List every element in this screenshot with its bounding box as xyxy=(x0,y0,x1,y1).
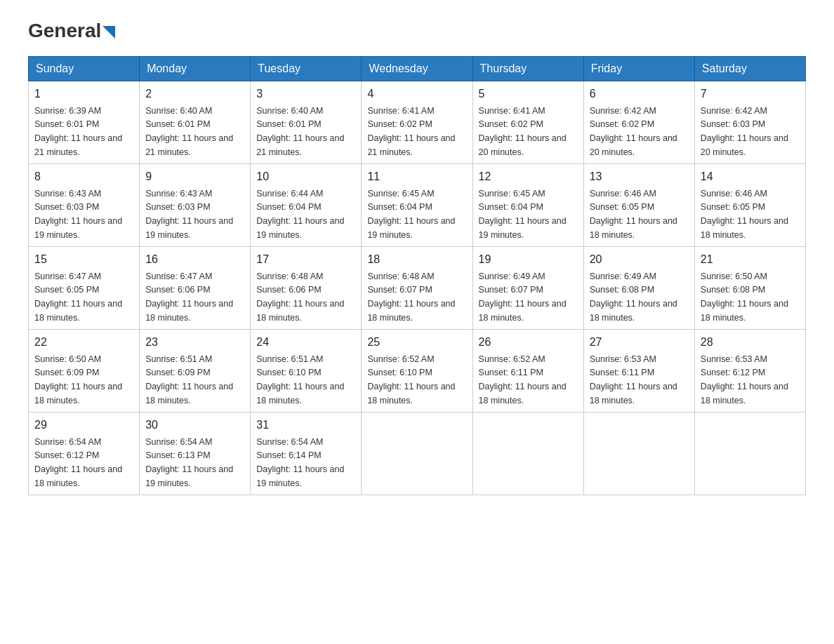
day-sunset: Sunset: 6:03 PM xyxy=(701,119,765,129)
logo: General xyxy=(28,21,115,42)
day-sunrise: Sunrise: 6:52 AM xyxy=(367,354,434,364)
day-sunset: Sunset: 6:11 PM xyxy=(479,368,543,377)
weekday-header-monday: Monday xyxy=(140,56,251,81)
day-number: 3 xyxy=(256,86,355,102)
day-sunrise: Sunrise: 6:50 AM xyxy=(34,354,101,364)
day-number: 6 xyxy=(590,86,689,102)
day-sunset: Sunset: 6:12 PM xyxy=(34,450,99,460)
day-daylight: Daylight: 11 hours and 21 minutes. xyxy=(145,133,233,157)
day-sunrise: Sunrise: 6:48 AM xyxy=(367,271,434,281)
calendar-cell: 21 Sunrise: 6:50 AM Sunset: 6:08 PM Dayl… xyxy=(694,246,805,329)
weekday-header-saturday: Saturday xyxy=(694,56,805,81)
day-sunset: Sunset: 6:10 PM xyxy=(367,368,432,377)
calendar-cell: 1 Sunrise: 6:39 AM Sunset: 6:01 PM Dayli… xyxy=(29,81,140,163)
day-sunset: Sunset: 6:04 PM xyxy=(256,202,321,212)
day-daylight: Daylight: 11 hours and 21 minutes. xyxy=(367,133,455,157)
day-sunrise: Sunrise: 6:42 AM xyxy=(701,106,767,116)
calendar-cell: 26 Sunrise: 6:52 AM Sunset: 6:11 PM Dayl… xyxy=(472,329,583,412)
calendar-cell: 15 Sunrise: 6:47 AM Sunset: 6:05 PM Dayl… xyxy=(29,246,140,329)
calendar-table: SundayMondayTuesdayWednesdayThursdayFrid… xyxy=(28,56,806,495)
calendar-week-2: 8 Sunrise: 6:43 AM Sunset: 6:03 PM Dayli… xyxy=(29,163,806,246)
day-number: 15 xyxy=(34,251,133,268)
day-sunrise: Sunrise: 6:50 AM xyxy=(701,271,767,281)
day-sunrise: Sunrise: 6:40 AM xyxy=(145,106,212,116)
day-daylight: Daylight: 11 hours and 20 minutes. xyxy=(701,133,788,157)
day-daylight: Daylight: 11 hours and 18 minutes. xyxy=(479,382,567,405)
day-daylight: Daylight: 11 hours and 21 minutes. xyxy=(256,133,344,157)
day-number: 30 xyxy=(145,417,244,434)
calendar-cell: 31 Sunrise: 6:54 AM Sunset: 6:14 PM Dayl… xyxy=(251,412,362,495)
calendar-cell: 4 Sunrise: 6:41 AM Sunset: 6:02 PM Dayli… xyxy=(362,81,472,163)
day-number: 5 xyxy=(479,86,578,102)
day-sunrise: Sunrise: 6:48 AM xyxy=(256,271,323,281)
day-number: 7 xyxy=(701,86,800,102)
calendar-week-1: 1 Sunrise: 6:39 AM Sunset: 6:01 PM Dayli… xyxy=(29,81,806,163)
day-sunrise: Sunrise: 6:49 AM xyxy=(479,271,545,281)
day-number: 8 xyxy=(34,168,133,185)
day-sunrise: Sunrise: 6:51 AM xyxy=(256,354,323,364)
day-daylight: Daylight: 11 hours and 20 minutes. xyxy=(479,133,567,157)
day-daylight: Daylight: 11 hours and 18 minutes. xyxy=(256,382,344,405)
weekday-header-sunday: Sunday xyxy=(29,56,140,81)
calendar-week-4: 22 Sunrise: 6:50 AM Sunset: 6:09 PM Dayl… xyxy=(29,329,806,412)
day-number: 17 xyxy=(256,251,355,268)
day-sunset: Sunset: 6:07 PM xyxy=(367,285,432,295)
day-daylight: Daylight: 11 hours and 18 minutes. xyxy=(590,299,677,323)
day-number: 26 xyxy=(479,334,578,351)
day-daylight: Daylight: 11 hours and 18 minutes. xyxy=(145,382,233,405)
day-sunset: Sunset: 6:01 PM xyxy=(256,119,321,129)
calendar-cell xyxy=(472,412,583,495)
calendar-cell: 2 Sunrise: 6:40 AM Sunset: 6:01 PM Dayli… xyxy=(140,81,251,163)
day-number: 21 xyxy=(701,251,800,268)
day-daylight: Daylight: 11 hours and 21 minutes. xyxy=(34,133,122,157)
day-daylight: Daylight: 11 hours and 18 minutes. xyxy=(34,299,122,323)
day-sunrise: Sunrise: 6:49 AM xyxy=(590,271,656,281)
day-daylight: Daylight: 11 hours and 18 minutes. xyxy=(367,299,455,323)
day-sunset: Sunset: 6:02 PM xyxy=(479,119,543,129)
day-number: 20 xyxy=(590,251,689,268)
day-sunset: Sunset: 6:08 PM xyxy=(590,285,654,295)
day-sunrise: Sunrise: 6:47 AM xyxy=(145,271,212,281)
day-number: 12 xyxy=(479,168,578,185)
calendar-week-3: 15 Sunrise: 6:47 AM Sunset: 6:05 PM Dayl… xyxy=(29,246,806,329)
day-sunset: Sunset: 6:01 PM xyxy=(34,119,99,129)
weekday-header-row: SundayMondayTuesdayWednesdayThursdayFrid… xyxy=(29,56,806,81)
calendar-cell: 30 Sunrise: 6:54 AM Sunset: 6:13 PM Dayl… xyxy=(140,412,251,495)
day-daylight: Daylight: 11 hours and 20 minutes. xyxy=(590,133,677,157)
day-number: 22 xyxy=(34,334,133,351)
day-sunrise: Sunrise: 6:41 AM xyxy=(367,106,434,116)
calendar-cell: 24 Sunrise: 6:51 AM Sunset: 6:10 PM Dayl… xyxy=(251,329,362,412)
calendar-cell: 14 Sunrise: 6:46 AM Sunset: 6:05 PM Dayl… xyxy=(694,163,805,246)
day-daylight: Daylight: 11 hours and 19 minutes. xyxy=(145,216,233,240)
calendar-cell: 10 Sunrise: 6:44 AM Sunset: 6:04 PM Dayl… xyxy=(251,163,362,246)
calendar-cell: 8 Sunrise: 6:43 AM Sunset: 6:03 PM Dayli… xyxy=(29,163,140,246)
day-number: 27 xyxy=(590,334,689,351)
day-daylight: Daylight: 11 hours and 18 minutes. xyxy=(256,299,344,323)
day-sunset: Sunset: 6:04 PM xyxy=(479,202,543,212)
day-number: 4 xyxy=(367,86,466,102)
calendar-cell: 17 Sunrise: 6:48 AM Sunset: 6:06 PM Dayl… xyxy=(251,246,362,329)
day-daylight: Daylight: 11 hours and 18 minutes. xyxy=(479,299,567,323)
day-sunset: Sunset: 6:09 PM xyxy=(145,368,210,377)
day-sunrise: Sunrise: 6:52 AM xyxy=(479,354,545,364)
day-daylight: Daylight: 11 hours and 18 minutes. xyxy=(701,382,788,405)
day-sunrise: Sunrise: 6:41 AM xyxy=(479,106,545,116)
calendar-cell: 19 Sunrise: 6:49 AM Sunset: 6:07 PM Dayl… xyxy=(472,246,583,329)
day-sunrise: Sunrise: 6:53 AM xyxy=(701,354,767,364)
day-sunrise: Sunrise: 6:54 AM xyxy=(145,437,212,447)
day-sunset: Sunset: 6:05 PM xyxy=(590,202,654,212)
day-daylight: Daylight: 11 hours and 18 minutes. xyxy=(34,464,122,488)
day-sunrise: Sunrise: 6:39 AM xyxy=(34,106,101,116)
day-daylight: Daylight: 11 hours and 18 minutes. xyxy=(145,299,233,323)
calendar-cell xyxy=(362,412,472,495)
day-sunset: Sunset: 6:14 PM xyxy=(256,450,321,460)
day-daylight: Daylight: 11 hours and 18 minutes. xyxy=(701,299,788,323)
day-sunrise: Sunrise: 6:45 AM xyxy=(367,189,434,199)
day-sunset: Sunset: 6:06 PM xyxy=(145,285,210,295)
day-sunrise: Sunrise: 6:51 AM xyxy=(145,354,212,364)
day-number: 10 xyxy=(256,168,355,185)
day-sunrise: Sunrise: 6:46 AM xyxy=(590,189,656,199)
svg-marker-0 xyxy=(102,26,115,39)
day-sunrise: Sunrise: 6:40 AM xyxy=(256,106,323,116)
day-sunset: Sunset: 6:02 PM xyxy=(590,119,654,129)
